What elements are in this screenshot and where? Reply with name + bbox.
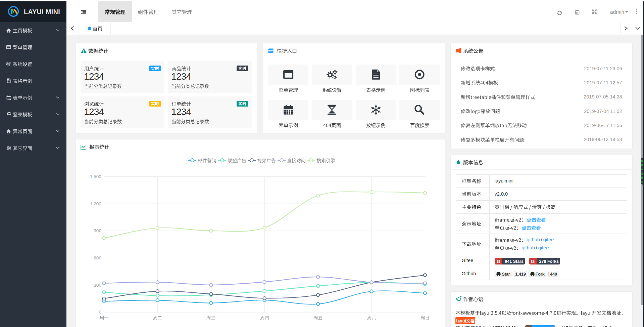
svg-text:0: 0 xyxy=(99,310,101,315)
svg-text:300: 300 xyxy=(94,283,101,288)
svg-text:1,500: 1,500 xyxy=(90,174,101,179)
svg-text:900: 900 xyxy=(94,228,101,233)
svg-text:600: 600 xyxy=(94,255,101,260)
svg-text:1,200: 1,200 xyxy=(90,201,101,206)
